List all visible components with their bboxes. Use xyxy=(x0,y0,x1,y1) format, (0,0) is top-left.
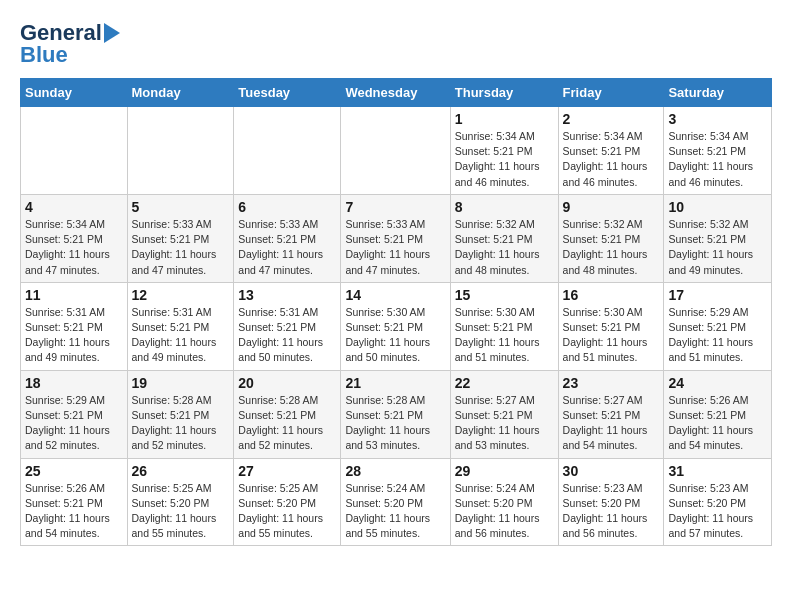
day-number: 31 xyxy=(668,463,767,479)
calendar-cell xyxy=(341,107,450,195)
weekday-header-sunday: Sunday xyxy=(21,79,128,107)
day-number: 29 xyxy=(455,463,554,479)
calendar-cell: 21Sunrise: 5:28 AM Sunset: 5:21 PM Dayli… xyxy=(341,370,450,458)
day-number: 26 xyxy=(132,463,230,479)
day-number: 22 xyxy=(455,375,554,391)
day-number: 10 xyxy=(668,199,767,215)
day-info: Sunrise: 5:34 AM Sunset: 5:21 PM Dayligh… xyxy=(25,217,123,278)
day-number: 15 xyxy=(455,287,554,303)
week-row-4: 18Sunrise: 5:29 AM Sunset: 5:21 PM Dayli… xyxy=(21,370,772,458)
calendar-cell: 22Sunrise: 5:27 AM Sunset: 5:21 PM Dayli… xyxy=(450,370,558,458)
week-row-5: 25Sunrise: 5:26 AM Sunset: 5:21 PM Dayli… xyxy=(21,458,772,546)
calendar-cell: 24Sunrise: 5:26 AM Sunset: 5:21 PM Dayli… xyxy=(664,370,772,458)
day-info: Sunrise: 5:28 AM Sunset: 5:21 PM Dayligh… xyxy=(132,393,230,454)
day-number: 9 xyxy=(563,199,660,215)
week-row-3: 11Sunrise: 5:31 AM Sunset: 5:21 PM Dayli… xyxy=(21,282,772,370)
day-info: Sunrise: 5:30 AM Sunset: 5:21 PM Dayligh… xyxy=(563,305,660,366)
day-number: 25 xyxy=(25,463,123,479)
day-info: Sunrise: 5:31 AM Sunset: 5:21 PM Dayligh… xyxy=(132,305,230,366)
calendar-cell: 30Sunrise: 5:23 AM Sunset: 5:20 PM Dayli… xyxy=(558,458,664,546)
weekday-header-wednesday: Wednesday xyxy=(341,79,450,107)
day-number: 20 xyxy=(238,375,336,391)
day-number: 7 xyxy=(345,199,445,215)
calendar-cell: 3Sunrise: 5:34 AM Sunset: 5:21 PM Daylig… xyxy=(664,107,772,195)
day-number: 27 xyxy=(238,463,336,479)
calendar-table: SundayMondayTuesdayWednesdayThursdayFrid… xyxy=(20,78,772,546)
day-number: 21 xyxy=(345,375,445,391)
day-number: 11 xyxy=(25,287,123,303)
calendar-cell: 23Sunrise: 5:27 AM Sunset: 5:21 PM Dayli… xyxy=(558,370,664,458)
day-info: Sunrise: 5:34 AM Sunset: 5:21 PM Dayligh… xyxy=(455,129,554,190)
calendar-cell: 8Sunrise: 5:32 AM Sunset: 5:21 PM Daylig… xyxy=(450,194,558,282)
calendar-cell xyxy=(234,107,341,195)
day-info: Sunrise: 5:32 AM Sunset: 5:21 PM Dayligh… xyxy=(668,217,767,278)
calendar-cell: 2Sunrise: 5:34 AM Sunset: 5:21 PM Daylig… xyxy=(558,107,664,195)
calendar-cell: 20Sunrise: 5:28 AM Sunset: 5:21 PM Dayli… xyxy=(234,370,341,458)
calendar-cell: 16Sunrise: 5:30 AM Sunset: 5:21 PM Dayli… xyxy=(558,282,664,370)
day-number: 17 xyxy=(668,287,767,303)
calendar-cell xyxy=(127,107,234,195)
day-info: Sunrise: 5:24 AM Sunset: 5:20 PM Dayligh… xyxy=(455,481,554,542)
calendar-cell: 10Sunrise: 5:32 AM Sunset: 5:21 PM Dayli… xyxy=(664,194,772,282)
day-info: Sunrise: 5:25 AM Sunset: 5:20 PM Dayligh… xyxy=(238,481,336,542)
day-info: Sunrise: 5:29 AM Sunset: 5:21 PM Dayligh… xyxy=(25,393,123,454)
calendar-cell: 15Sunrise: 5:30 AM Sunset: 5:21 PM Dayli… xyxy=(450,282,558,370)
weekday-header-monday: Monday xyxy=(127,79,234,107)
day-info: Sunrise: 5:33 AM Sunset: 5:21 PM Dayligh… xyxy=(345,217,445,278)
week-row-1: 1Sunrise: 5:34 AM Sunset: 5:21 PM Daylig… xyxy=(21,107,772,195)
day-number: 3 xyxy=(668,111,767,127)
day-info: Sunrise: 5:34 AM Sunset: 5:21 PM Dayligh… xyxy=(668,129,767,190)
calendar-cell: 17Sunrise: 5:29 AM Sunset: 5:21 PM Dayli… xyxy=(664,282,772,370)
weekday-header-saturday: Saturday xyxy=(664,79,772,107)
day-info: Sunrise: 5:28 AM Sunset: 5:21 PM Dayligh… xyxy=(238,393,336,454)
day-info: Sunrise: 5:28 AM Sunset: 5:21 PM Dayligh… xyxy=(345,393,445,454)
day-number: 28 xyxy=(345,463,445,479)
day-info: Sunrise: 5:23 AM Sunset: 5:20 PM Dayligh… xyxy=(563,481,660,542)
calendar-cell: 11Sunrise: 5:31 AM Sunset: 5:21 PM Dayli… xyxy=(21,282,128,370)
day-info: Sunrise: 5:24 AM Sunset: 5:20 PM Dayligh… xyxy=(345,481,445,542)
day-info: Sunrise: 5:26 AM Sunset: 5:21 PM Dayligh… xyxy=(668,393,767,454)
logo: General Blue xyxy=(20,20,120,68)
calendar-cell: 6Sunrise: 5:33 AM Sunset: 5:21 PM Daylig… xyxy=(234,194,341,282)
weekday-header-thursday: Thursday xyxy=(450,79,558,107)
calendar-cell: 5Sunrise: 5:33 AM Sunset: 5:21 PM Daylig… xyxy=(127,194,234,282)
day-info: Sunrise: 5:25 AM Sunset: 5:20 PM Dayligh… xyxy=(132,481,230,542)
day-number: 24 xyxy=(668,375,767,391)
day-number: 1 xyxy=(455,111,554,127)
calendar-cell: 13Sunrise: 5:31 AM Sunset: 5:21 PM Dayli… xyxy=(234,282,341,370)
logo-arrow-icon xyxy=(104,23,120,43)
logo-blue: Blue xyxy=(20,42,68,68)
calendar-cell: 12Sunrise: 5:31 AM Sunset: 5:21 PM Dayli… xyxy=(127,282,234,370)
day-number: 19 xyxy=(132,375,230,391)
calendar-cell: 26Sunrise: 5:25 AM Sunset: 5:20 PM Dayli… xyxy=(127,458,234,546)
day-info: Sunrise: 5:33 AM Sunset: 5:21 PM Dayligh… xyxy=(238,217,336,278)
calendar-cell: 19Sunrise: 5:28 AM Sunset: 5:21 PM Dayli… xyxy=(127,370,234,458)
calendar-cell: 25Sunrise: 5:26 AM Sunset: 5:21 PM Dayli… xyxy=(21,458,128,546)
day-info: Sunrise: 5:29 AM Sunset: 5:21 PM Dayligh… xyxy=(668,305,767,366)
weekday-header-row: SundayMondayTuesdayWednesdayThursdayFrid… xyxy=(21,79,772,107)
calendar-cell: 28Sunrise: 5:24 AM Sunset: 5:20 PM Dayli… xyxy=(341,458,450,546)
day-info: Sunrise: 5:31 AM Sunset: 5:21 PM Dayligh… xyxy=(238,305,336,366)
calendar-cell: 27Sunrise: 5:25 AM Sunset: 5:20 PM Dayli… xyxy=(234,458,341,546)
day-number: 23 xyxy=(563,375,660,391)
day-info: Sunrise: 5:31 AM Sunset: 5:21 PM Dayligh… xyxy=(25,305,123,366)
day-number: 18 xyxy=(25,375,123,391)
day-number: 4 xyxy=(25,199,123,215)
day-info: Sunrise: 5:26 AM Sunset: 5:21 PM Dayligh… xyxy=(25,481,123,542)
day-number: 13 xyxy=(238,287,336,303)
day-number: 14 xyxy=(345,287,445,303)
calendar-cell: 31Sunrise: 5:23 AM Sunset: 5:20 PM Dayli… xyxy=(664,458,772,546)
day-info: Sunrise: 5:33 AM Sunset: 5:21 PM Dayligh… xyxy=(132,217,230,278)
weekday-header-tuesday: Tuesday xyxy=(234,79,341,107)
day-info: Sunrise: 5:27 AM Sunset: 5:21 PM Dayligh… xyxy=(455,393,554,454)
calendar-cell: 9Sunrise: 5:32 AM Sunset: 5:21 PM Daylig… xyxy=(558,194,664,282)
day-number: 5 xyxy=(132,199,230,215)
day-info: Sunrise: 5:30 AM Sunset: 5:21 PM Dayligh… xyxy=(345,305,445,366)
day-number: 30 xyxy=(563,463,660,479)
calendar-cell: 7Sunrise: 5:33 AM Sunset: 5:21 PM Daylig… xyxy=(341,194,450,282)
day-info: Sunrise: 5:30 AM Sunset: 5:21 PM Dayligh… xyxy=(455,305,554,366)
page-header: General Blue xyxy=(20,20,772,68)
week-row-2: 4Sunrise: 5:34 AM Sunset: 5:21 PM Daylig… xyxy=(21,194,772,282)
day-number: 12 xyxy=(132,287,230,303)
calendar-cell xyxy=(21,107,128,195)
